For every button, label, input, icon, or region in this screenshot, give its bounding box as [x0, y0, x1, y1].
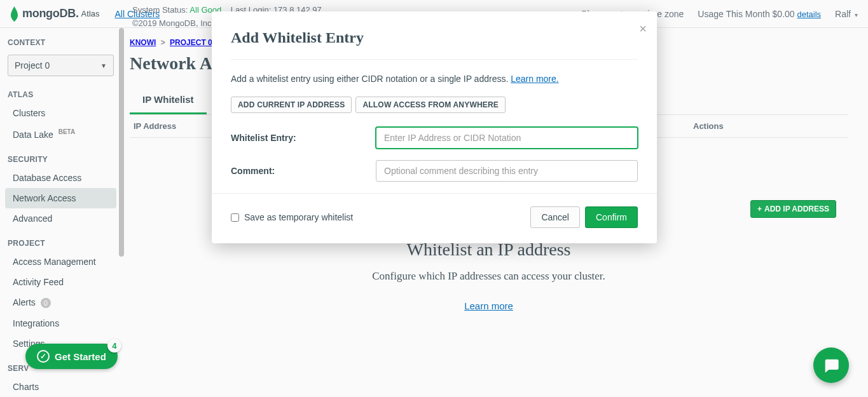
- whitelist-entry-input[interactable]: [376, 127, 638, 149]
- confirm-button[interactable]: Confirm: [585, 206, 638, 228]
- modal-learn-more-link[interactable]: Learn more.: [511, 74, 558, 84]
- comment-input[interactable]: [376, 160, 638, 182]
- whitelist-entry-label: Whitelist Entry:: [231, 133, 376, 143]
- comment-label: Comment:: [231, 166, 376, 176]
- cancel-button[interactable]: Cancel: [530, 206, 580, 228]
- temp-whitelist-checkbox[interactable]: [231, 213, 239, 222]
- allow-anywhere-button[interactable]: ALLOW ACCESS FROM ANYWHERE: [355, 97, 506, 113]
- modal-description: Add a whitelist entry using either CIDR …: [231, 74, 638, 84]
- add-whitelist-modal: × Add Whitelist Entry Add a whitelist en…: [212, 11, 657, 243]
- modal-title: Add Whitelist Entry: [231, 29, 638, 60]
- close-icon[interactable]: ×: [639, 22, 647, 36]
- temp-whitelist-label[interactable]: Save as temporary whitelist: [231, 212, 353, 222]
- add-current-ip-button[interactable]: ADD CURRENT IP ADDRESS: [231, 97, 352, 113]
